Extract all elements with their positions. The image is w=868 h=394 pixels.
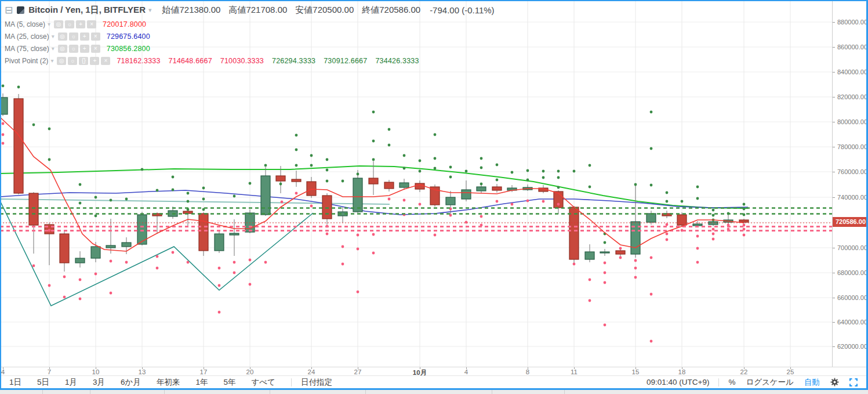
auto-scale-button[interactable]: 自動 bbox=[804, 377, 820, 388]
toolbar-divider bbox=[291, 378, 292, 386]
price-tick bbox=[833, 22, 835, 23]
chart-frame-border bbox=[0, 388, 868, 390]
panel-divider bbox=[270, 390, 270, 394]
chart-frame-border bbox=[0, 0, 1, 390]
indicator-value: 710030.3333 bbox=[220, 57, 264, 65]
add-icon[interactable]: + bbox=[90, 57, 99, 65]
price-axis-label: 620000.00 bbox=[837, 343, 867, 350]
indicator-legend: MA (5, close)▾◎☼+×720017.8000MA (25, clo… bbox=[5, 18, 427, 67]
time-axis-label: 27 bbox=[354, 368, 362, 375]
clock-readout[interactable]: 09:01:40 (UTC+9) bbox=[647, 378, 709, 386]
range-button-1d[interactable]: 1日 bbox=[9, 377, 21, 388]
indicator-label[interactable]: MA (5, close) bbox=[5, 20, 45, 28]
price-axis[interactable]: 720586.00 880000.00860000.00840000.00820… bbox=[833, 0, 866, 367]
indicator-row: MA (5, close)▾◎☼+×720017.8000 bbox=[5, 18, 427, 30]
goto-date-button[interactable]: 日付指定 bbox=[301, 377, 332, 388]
chart-frame-border bbox=[0, 0, 868, 1]
time-axis-label: 4 bbox=[464, 368, 468, 375]
range-button-6m[interactable]: 6か月 bbox=[121, 377, 141, 388]
range-button-1m[interactable]: 1月 bbox=[65, 377, 77, 388]
symbol-title[interactable]: Bitcoin / Yen, 1日, BITFLYER bbox=[28, 5, 146, 16]
collapsed-panel[interactable] bbox=[0, 390, 868, 394]
range-button-5y[interactable]: 5年 bbox=[223, 377, 235, 388]
indicator-value: 714648.6667 bbox=[169, 57, 212, 65]
indicator-row: MA (25, close)▾◎☼+×729675.6400 bbox=[5, 30, 427, 42]
close-icon[interactable]: × bbox=[87, 20, 96, 28]
panel-divider bbox=[42, 390, 43, 394]
time-axis[interactable]: 4710131720242710月481115182225 bbox=[0, 367, 868, 375]
price-axis-label: 840000.00 bbox=[837, 68, 867, 75]
time-axis-label: 22 bbox=[740, 368, 748, 375]
gear-icon[interactable]: ☼ bbox=[69, 32, 78, 41]
time-axis-label: 20 bbox=[246, 368, 254, 375]
panel-divider bbox=[90, 390, 90, 394]
price-tick bbox=[833, 273, 835, 273]
gear-icon[interactable]: ☼ bbox=[69, 45, 78, 53]
fullscreen-icon[interactable] bbox=[849, 378, 858, 386]
range-button-1y[interactable]: 1年 bbox=[195, 377, 208, 388]
high-label: 高値 bbox=[228, 5, 246, 15]
scale-controls: 09:01:40 (UTC+9) % ログスケール 自動 bbox=[636, 377, 868, 388]
price-axis-label: 760000.00 bbox=[837, 168, 867, 175]
toolbar-divider bbox=[718, 378, 719, 386]
price-axis-label: 700000.00 bbox=[837, 244, 867, 251]
high-value: 721708.00 bbox=[246, 5, 287, 15]
indicator-value: 729675.6400 bbox=[107, 32, 150, 41]
indicator-value: 718162.3333 bbox=[117, 57, 160, 65]
indicator-label[interactable]: MA (75, close) bbox=[5, 45, 49, 53]
time-axis-label: 24 bbox=[308, 368, 315, 375]
indicator-label[interactable]: MA (25, close) bbox=[5, 32, 49, 41]
price-axis-label: 880000.00 bbox=[837, 19, 867, 26]
time-axis-label: 4 bbox=[1, 368, 5, 375]
range-button-all[interactable]: すべて bbox=[251, 377, 275, 388]
indicator-row: MA (75, close)▾◎☼+×730856.2800 bbox=[5, 42, 427, 55]
close-icon[interactable]: × bbox=[91, 45, 100, 53]
gear-icon[interactable]: ☼ bbox=[65, 20, 74, 28]
time-axis-label: 11 bbox=[571, 368, 578, 375]
open-value: 721380.00 bbox=[180, 5, 221, 15]
price-tick bbox=[833, 248, 835, 248]
indicator-value: 730912.6667 bbox=[324, 57, 367, 65]
time-axis-label: 13 bbox=[139, 368, 146, 375]
gear-icon[interactable]: ☼ bbox=[68, 57, 77, 65]
open-label: 始値 bbox=[162, 5, 180, 15]
range-button-ytd[interactable]: 年初来 bbox=[157, 377, 180, 388]
eye-icon[interactable]: ◎ bbox=[54, 20, 63, 28]
log-scale-button[interactable]: ログスケール bbox=[746, 377, 794, 388]
eye-icon[interactable]: ◎ bbox=[57, 57, 66, 65]
trading-chart-app: 720586.00 880000.00860000.00840000.00820… bbox=[0, 0, 868, 394]
gear-icon[interactable] bbox=[830, 378, 839, 387]
layout-grid-icon[interactable]: ⊟ bbox=[5, 5, 13, 15]
price-axis-label: 800000.00 bbox=[837, 118, 867, 125]
indicator-value: 734426.3333 bbox=[375, 57, 419, 65]
close-value: 720586.00 bbox=[379, 5, 420, 15]
indicator-value: 720017.8000 bbox=[103, 20, 146, 28]
price-axis-label: 740000.00 bbox=[837, 194, 867, 201]
add-icon[interactable]: + bbox=[76, 20, 85, 28]
range-button-3m[interactable]: 3月 bbox=[93, 377, 105, 388]
chevron-down-icon[interactable]: ▾ bbox=[48, 21, 50, 27]
chevron-down-icon[interactable]: ▾ bbox=[52, 33, 55, 39]
chart-header: ⊟ Bitcoin / Yen, 1日, BITFLYER ▾ 始値721380… bbox=[5, 3, 495, 17]
price-tick bbox=[833, 72, 835, 73]
price-tick bbox=[833, 97, 835, 97]
chart-type-icon[interactable] bbox=[17, 6, 24, 14]
source-code-icon[interactable]: {} bbox=[79, 57, 88, 65]
chevron-down-icon[interactable]: ▾ bbox=[148, 6, 152, 14]
price-tick bbox=[833, 346, 835, 347]
indicator-label[interactable]: Pivot Point (2) bbox=[5, 57, 48, 65]
eye-icon[interactable]: ◎ bbox=[58, 45, 67, 53]
percent-scale-button[interactable]: % bbox=[728, 378, 735, 386]
close-icon[interactable]: × bbox=[101, 57, 110, 65]
chevron-down-icon[interactable]: ▾ bbox=[50, 57, 53, 64]
time-axis-label: 7 bbox=[48, 368, 51, 375]
add-icon[interactable]: + bbox=[80, 45, 89, 53]
chevron-down-icon[interactable]: ▾ bbox=[52, 45, 55, 52]
close-icon[interactable]: × bbox=[91, 32, 100, 41]
range-button-5d[interactable]: 5日 bbox=[37, 377, 49, 388]
price-tick bbox=[833, 47, 835, 48]
add-icon[interactable]: + bbox=[80, 32, 89, 41]
price-tick bbox=[833, 122, 835, 122]
eye-icon[interactable]: ◎ bbox=[58, 32, 67, 41]
time-axis-label: 8 bbox=[526, 368, 529, 375]
